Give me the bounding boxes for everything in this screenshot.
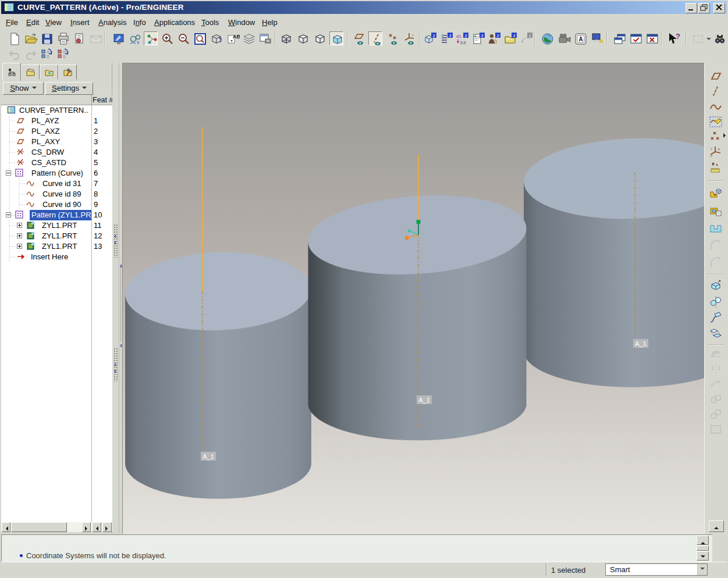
scroll-left-button[interactable] — [2, 522, 10, 532]
datum-planes-icon[interactable] — [351, 31, 365, 45]
save-file-icon[interactable] — [40, 31, 54, 45]
draft-tool-icon[interactable] — [708, 376, 722, 390]
person-info-icon[interactable]: i — [486, 31, 500, 45]
search-icon[interactable] — [712, 31, 726, 45]
toolbar-scroll-up[interactable] — [709, 520, 724, 532]
solidify-tool-icon[interactable] — [708, 422, 722, 436]
title-bar[interactable]: CURVE_PATTERN (Active) - Pro/ENGINEER — [1, 1, 727, 14]
folder-info-icon[interactable]: i — [503, 31, 517, 45]
tree-row-pl-axy[interactable]: PL_AXY3 — [1, 137, 112, 147]
sash-arrow[interactable]: ‹ — [114, 240, 116, 245]
system-window-icon[interactable] — [590, 31, 604, 45]
shell-tool-icon[interactable] — [708, 345, 722, 359]
analysis-feature-tool-icon[interactable] — [708, 160, 722, 174]
tree-row-curve-id-31[interactable]: Curve id 317 — [1, 179, 112, 189]
extrude-tool-icon[interactable] — [708, 279, 722, 292]
zoom-in-icon[interactable] — [160, 31, 174, 45]
restore-button[interactable] — [698, 3, 710, 13]
no-hidden-line-icon[interactable] — [312, 31, 326, 45]
activate-window-icon[interactable] — [628, 31, 642, 45]
menu-applications[interactable]: Applications — [154, 18, 195, 27]
zoom-out-icon[interactable] — [176, 31, 190, 45]
tree-row-insert-here[interactable]: Insert Here — [1, 252, 112, 262]
layers-icon[interactable]: AB — [225, 31, 239, 45]
spin-center-icon[interactable] — [144, 31, 158, 45]
keyboard-macro-icon[interactable]: A — [573, 31, 587, 45]
message-scroll-down[interactable] — [697, 551, 709, 561]
message-scrollbar[interactable] — [697, 536, 709, 562]
mirror-tool-icon[interactable] — [708, 361, 722, 374]
message-scroll-up[interactable] — [697, 536, 709, 545]
shaded-icon[interactable] — [329, 31, 343, 45]
menu-file[interactable]: File — [6, 18, 18, 27]
datum-plane-tool-icon[interactable] — [708, 69, 722, 83]
zoom-fit-icon[interactable] — [193, 31, 207, 45]
expander-minus[interactable] — [6, 170, 11, 176]
print-preview-icon[interactable] — [72, 31, 86, 45]
project-tool-icon[interactable] — [708, 391, 722, 405]
datum-points-icon[interactable] — [385, 31, 399, 45]
feat-scroll-right-button[interactable] — [102, 522, 112, 532]
graphics-viewport[interactable]: A_1A_1A_1 — [122, 63, 704, 534]
tree-row-pl-axz[interactable]: PL_AXZ2 — [1, 126, 112, 137]
sketch-tool-icon[interactable] — [708, 114, 722, 128]
publish-geometry-tool-icon[interactable] — [708, 203, 722, 217]
datum-axis-tool-icon[interactable] — [708, 84, 722, 98]
csys-tool-icon[interactable]: yz — [708, 144, 722, 158]
menu-analysis[interactable]: Analysis — [98, 18, 126, 27]
model-info-icon[interactable]: i — [471, 31, 485, 45]
print-icon[interactable] — [56, 31, 70, 45]
layer-stack-icon[interactable] — [242, 31, 255, 45]
close-window-icon[interactable] — [645, 31, 659, 45]
combo-dropdown-icon[interactable] — [697, 564, 707, 575]
menu-help[interactable]: Help — [262, 18, 278, 27]
expander-plus[interactable] — [17, 233, 22, 238]
tree-row-curve-pattern-[interactable]: CURVE_PATTERN.. — [1, 105, 112, 116]
tree-row-zyl1-prt[interactable]: ZYL1.PRT13 — [1, 241, 112, 252]
component-info-icon[interactable]: i — [422, 31, 436, 45]
chamfer-tool-icon[interactable] — [708, 255, 722, 269]
menu-info[interactable]: Info — [133, 18, 146, 27]
undo-icon[interactable] — [7, 47, 21, 61]
tab-model-tree[interactable] — [2, 63, 21, 81]
tree-row-cs-astd[interactable]: CS_ASTD5 — [1, 158, 112, 168]
tree-row-pl-ayz[interactable]: PL_AYZ1 — [1, 116, 112, 126]
tab-favorites[interactable] — [40, 65, 58, 80]
tree-row-zyl1-prt[interactable]: ZYL1.PRT12 — [1, 231, 112, 241]
menu-window[interactable]: Window — [228, 18, 255, 27]
menu-insert[interactable]: Insert — [70, 18, 90, 27]
open-file-icon[interactable] — [23, 31, 37, 45]
settings-button[interactable]: Settings — [45, 82, 93, 95]
regenerate-custom-icon[interactable] — [56, 47, 70, 61]
menu-tools[interactable]: Tools — [201, 18, 219, 27]
regenerate-icon[interactable] — [40, 47, 54, 61]
show-button[interactable]: Show — [3, 82, 44, 95]
selection-filter-combo[interactable]: Smart — [605, 563, 708, 576]
tree-row-curve-id-90[interactable]: Curve id 909 — [1, 199, 112, 210]
hidden-line-icon[interactable] — [296, 31, 310, 45]
repaint-icon[interactable] — [111, 31, 125, 45]
tree-row-zyl1-prt[interactable]: ZYL1.PRT11 — [1, 220, 112, 231]
sweep-tool-icon[interactable] — [708, 310, 722, 324]
scroll-thumb[interactable] — [11, 522, 67, 532]
send-mail-icon[interactable] — [88, 31, 102, 45]
refresh-view-icon[interactable] — [127, 31, 141, 45]
datum-axes-icon[interactable] — [368, 31, 382, 45]
scroll-right-button[interactable] — [82, 522, 91, 532]
expander-minus[interactable] — [6, 212, 11, 217]
close-button[interactable] — [713, 3, 725, 13]
view-manager-icon[interactable] — [258, 31, 272, 45]
offset-tool-icon[interactable] — [708, 406, 722, 420]
blend-tool-icon[interactable] — [708, 326, 722, 340]
round-tool-icon[interactable] — [708, 238, 722, 252]
tab-folder-browser[interactable] — [21, 65, 40, 80]
minimize-button[interactable] — [686, 3, 697, 13]
merge-tool-icon[interactable] — [708, 220, 722, 234]
tab-connections[interactable] — [58, 65, 77, 80]
view-camera-icon[interactable] — [557, 31, 571, 45]
reference-info-icon[interactable]: i — [519, 31, 532, 45]
revolve-tool-icon[interactable] — [708, 294, 722, 308]
sash-arrow[interactable]: ‹ — [114, 369, 116, 374]
copy-geometry-tool-icon[interactable] — [708, 185, 722, 199]
context-help-icon[interactable]: ? — [666, 31, 680, 45]
